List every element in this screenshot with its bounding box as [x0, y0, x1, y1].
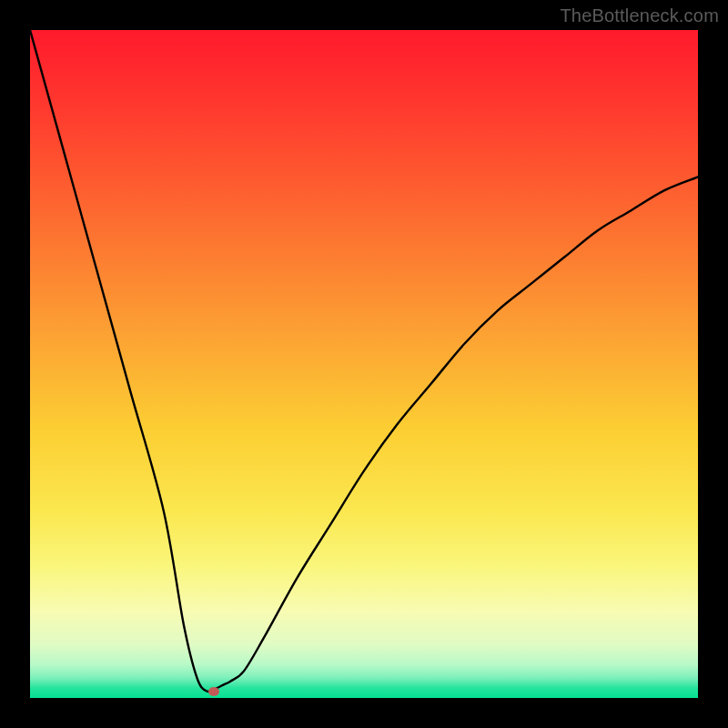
minimum-marker-dot [208, 687, 219, 696]
watermark-text: TheBottleneck.com [560, 5, 719, 26]
plot-area [30, 30, 698, 698]
chart-frame: TheBottleneck.com [0, 0, 728, 728]
bottleneck-curve [30, 30, 698, 698]
